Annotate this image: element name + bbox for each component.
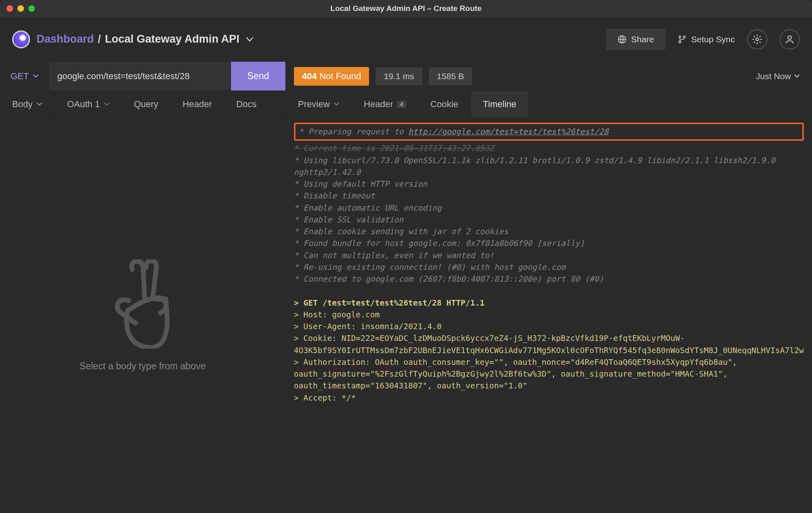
svg-point-4	[756, 38, 759, 41]
timeline-request-header: > Cookie: NID=222=EOYaDC_lzDMuoDSpck6ycc…	[294, 334, 804, 355]
timeline-request-header: > Host: google.com	[294, 310, 380, 319]
http-method-selector[interactable]: GET	[0, 62, 49, 91]
status-badge: 404 Not Found	[294, 67, 369, 86]
timeline-request-header: > Authorization: OAuth oauth_consumer_ke…	[294, 358, 737, 391]
account-button[interactable]	[780, 29, 800, 50]
tab-cookie[interactable]: Cookie	[418, 91, 470, 117]
status-text: Not Found	[320, 71, 361, 81]
timeline-line-pre: * Preparing request to	[299, 127, 408, 136]
tab-auth[interactable]: OAuth 1	[55, 91, 122, 117]
workspace-dropdown-icon[interactable]	[246, 37, 253, 42]
tab-timeline-label: Timeline	[483, 99, 516, 110]
timeline-line: * Connected to google.com (2607:f8b0:400…	[294, 274, 604, 284]
timeline-line: * Found bundle for host google.com: 0x7f…	[294, 239, 585, 248]
tab-docs-label: Docs	[236, 99, 257, 110]
response-time: 19.1 ms	[376, 67, 422, 85]
app-header: Dashboard / Local Gateway Admin API Shar…	[0, 17, 812, 62]
svg-point-3	[679, 41, 681, 43]
tab-preview[interactable]: Preview	[286, 91, 352, 117]
tab-preview-label: Preview	[298, 99, 330, 110]
timeline-request-url[interactable]: http://google.com/test=test/test%26test/…	[408, 127, 609, 136]
timeline-request-header: > User-Agent: insomnia/2021.4.0	[294, 322, 442, 331]
timeline-request-header: > Accept: */*	[294, 393, 356, 403]
header-count-badge: 4	[397, 101, 406, 108]
svg-point-5	[788, 36, 792, 39]
breadcrumb-dashboard-link[interactable]: Dashboard	[37, 33, 94, 45]
chevron-down-icon	[794, 74, 800, 78]
titlebar: Local Gateway Admin API – Create Route	[0, 0, 812, 17]
tab-timeline[interactable]: Timeline	[471, 91, 529, 117]
breadcrumb-separator: /	[98, 33, 101, 45]
body-empty-state: Select a body type from above	[0, 118, 285, 513]
response-when: Just Now	[756, 71, 791, 81]
tab-header[interactable]: Header	[171, 91, 224, 117]
sync-label: Setup Sync	[691, 34, 735, 44]
breadcrumb-workspace[interactable]: Local Gateway Admin API	[105, 33, 240, 45]
minimize-window-button[interactable]	[17, 5, 24, 12]
svg-point-2	[683, 36, 685, 38]
tab-auth-label: OAuth 1	[67, 99, 100, 110]
chevron-down-icon	[33, 74, 39, 78]
timeline-line: * Enable cookie sending with jar of 2 co…	[294, 227, 508, 236]
tab-query[interactable]: Query	[122, 91, 171, 117]
status-code: 404	[302, 71, 317, 81]
tab-header-label: Header	[183, 99, 212, 110]
tab-body-label: Body	[12, 99, 32, 110]
breadcrumb: Dashboard / Local Gateway Admin API	[37, 33, 253, 45]
timeline-highlighted-line: * Preparing request to http://google.com…	[294, 123, 804, 141]
user-icon	[784, 34, 795, 45]
settings-button[interactable]	[747, 29, 767, 50]
chevron-down-icon	[104, 102, 110, 106]
tab-response-header-label: Header	[364, 99, 393, 110]
timeline-output[interactable]: * Preparing request to http://google.com…	[286, 118, 812, 513]
request-bar: GET Send	[0, 62, 285, 91]
setup-sync-button[interactable]: Setup Sync	[678, 34, 735, 44]
request-tabs: Body OAuth 1 Query Header Docs	[0, 91, 285, 118]
close-window-button[interactable]	[6, 5, 13, 12]
app-logo-icon	[12, 30, 30, 48]
response-size: 1585 B	[429, 67, 472, 85]
timeline-request-line: > GET /test=test/test%26test/28 HTTP/1.1	[294, 298, 485, 308]
tab-docs[interactable]: Docs	[224, 91, 269, 117]
timeline-line: * Can not multiplex, even if we wanted t…	[294, 251, 494, 260]
response-history-selector[interactable]: Just Now	[756, 71, 804, 81]
share-label: Share	[631, 34, 654, 44]
timeline-line: * Current time is 2021-08-31T17:43:27.05…	[294, 144, 494, 153]
gear-icon	[752, 34, 762, 45]
timeline-line: * Using default HTTP version	[294, 179, 428, 189]
peace-hand-icon	[108, 259, 177, 349]
method-label: GET	[11, 71, 29, 82]
timeline-line: * Using libcurl/7.73.0 OpenSSL/1.1.1k zl…	[294, 156, 775, 177]
response-bar: 404 Not Found 19.1 ms 1585 B Just Now	[286, 62, 812, 91]
timeline-line: * Re-using existing connection! (#0) wit…	[294, 263, 566, 272]
timeline-line: * Enable automatic URL encoding	[294, 203, 442, 213]
chevron-down-icon	[334, 102, 339, 106]
body-hint-text: Select a body type from above	[80, 361, 206, 372]
send-button[interactable]: Send	[231, 62, 285, 91]
response-tabs: Preview Header 4 Cookie Timeline	[286, 91, 812, 118]
tab-cookie-label: Cookie	[430, 99, 458, 110]
chevron-down-icon	[37, 102, 42, 106]
timeline-line: * Disable timeout	[294, 191, 375, 200]
branch-icon	[678, 35, 687, 44]
maximize-window-button[interactable]	[28, 5, 35, 12]
svg-point-1	[679, 36, 681, 38]
share-button[interactable]: Share	[606, 29, 665, 50]
timeline-line: * Enable SSL validation	[294, 215, 404, 224]
tab-response-header[interactable]: Header 4	[352, 91, 418, 117]
window-title: Local Gateway Admin API – Create Route	[330, 4, 482, 13]
tab-body[interactable]: Body	[0, 91, 55, 117]
url-input[interactable]	[49, 62, 231, 91]
tab-query-label: Query	[134, 99, 158, 110]
globe-icon	[618, 35, 626, 44]
